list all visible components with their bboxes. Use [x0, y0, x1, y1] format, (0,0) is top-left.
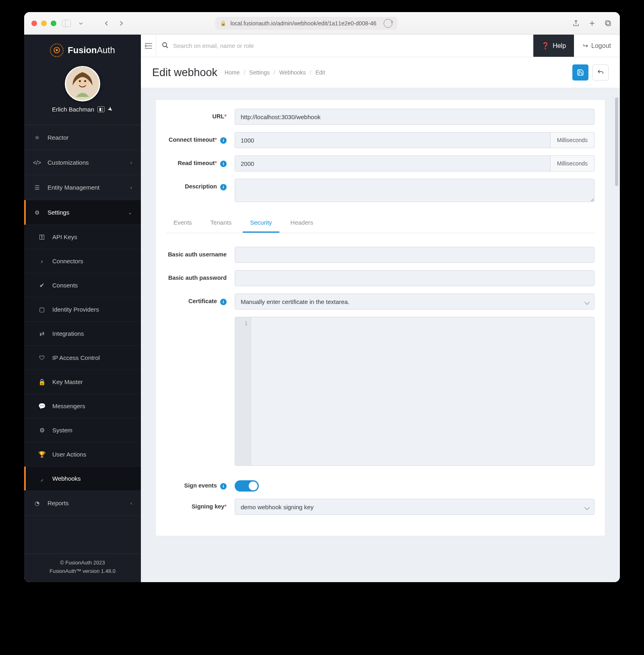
sidebar-item-user-actions[interactable]: 🏆User Actions — [24, 442, 141, 467]
tab-headers[interactable]: Headers — [283, 214, 321, 233]
rss-icon: ◞ — [38, 475, 46, 483]
sidebar-item-connectors[interactable]: ›Connectors — [24, 249, 141, 273]
app-root: ⦿ FusionAuth Erlich Bachman ◧ ➤ ⚛Reactor… — [24, 35, 620, 582]
search-input[interactable] — [173, 42, 528, 49]
row-description: Description i — [166, 179, 594, 202]
breadcrumb: Home/ Settings/ Webhooks/ Edit — [225, 69, 325, 76]
row-sign-events: Sign events i — [166, 478, 594, 492]
breadcrumb-settings[interactable]: Settings — [249, 69, 270, 76]
read-timeout-input[interactable] — [235, 155, 551, 171]
info-icon[interactable]: i — [220, 483, 227, 490]
row-certificate: Certificate i Manually enter certificate… — [166, 293, 594, 310]
reload-icon[interactable] — [384, 19, 392, 28]
forward-button[interactable] — [117, 19, 126, 28]
basic-auth-password-input[interactable] — [235, 270, 594, 286]
sidebar-item-reactor[interactable]: ⚛Reactor — [24, 125, 141, 150]
info-icon[interactable]: i — [220, 184, 227, 190]
line-gutter: 1 — [235, 317, 251, 465]
new-tab-icon[interactable] — [588, 19, 597, 28]
code-icon: </> — [33, 159, 41, 167]
sign-events-toggle[interactable] — [235, 480, 259, 492]
sidebar-toggle-icon[interactable] — [62, 19, 71, 28]
sidebar-item-customizations[interactable]: </>Customizations‹ — [24, 150, 141, 175]
address-bar[interactable]: 🔒 local.fusionauth.io/admin/webhook/edit… — [215, 17, 397, 30]
traffic-lights — [31, 21, 56, 26]
sidebar-item-reports[interactable]: ◔Reports‹ — [24, 491, 141, 516]
row-url: URL* — [166, 109, 594, 125]
sidebar-item-webhooks[interactable]: ◞Webhooks — [24, 467, 141, 491]
tab-events[interactable]: Events — [166, 214, 199, 233]
breadcrumb-webhooks[interactable]: Webhooks — [279, 69, 306, 76]
sidebar-item-ip-access[interactable]: 🛡IP Access Control — [24, 346, 141, 370]
atom-icon: ⚛ — [33, 134, 41, 142]
label-signing-key: Signing key* — [166, 499, 235, 510]
connect-timeout-input[interactable] — [235, 132, 551, 148]
help-button[interactable]: ❓ Help — [533, 35, 574, 57]
breadcrumb-home[interactable]: Home — [225, 69, 239, 76]
tab-tenants[interactable]: Tenants — [203, 214, 239, 233]
url-input[interactable] — [235, 109, 594, 125]
nav: ⚛Reactor </>Customizations‹ ☰Entity Mana… — [24, 125, 141, 554]
topbar: ❓ Help ↪ Logout — [141, 35, 620, 57]
sidebar-collapse-button[interactable] — [141, 35, 156, 57]
maximize-window-button[interactable] — [51, 21, 56, 26]
database-icon: ☰ — [33, 184, 41, 192]
breadcrumb-current: Edit — [316, 69, 325, 76]
certificate-select[interactable]: Manually enter certificate in the textar… — [235, 293, 594, 310]
cancel-button[interactable] — [592, 64, 609, 81]
minimize-window-button[interactable] — [41, 21, 47, 26]
svg-point-4 — [79, 80, 81, 82]
key-icon: ⚿ — [38, 233, 46, 241]
info-icon[interactable]: i — [220, 161, 227, 167]
sidebar-footer: © FusionAuth 2023 FusionAuth™ version 1.… — [24, 554, 141, 582]
page-title: Edit webhook — [152, 66, 217, 79]
sidebar-item-identity-providers[interactable]: ▢Identity Providers — [24, 298, 141, 322]
signing-key-select[interactable]: demo webhook signing key — [235, 499, 594, 515]
sidebar-item-messengers[interactable]: 💬Messengers — [24, 394, 141, 418]
info-icon[interactable]: i — [220, 299, 227, 305]
location-icon[interactable]: ➤ — [106, 105, 115, 114]
tab-security[interactable]: Security — [243, 214, 279, 233]
sidebar-item-api-keys[interactable]: ⚿API Keys — [24, 225, 141, 249]
basic-auth-username-input[interactable] — [235, 247, 594, 263]
sidebar-item-settings[interactable]: ⚙Settings⌄ — [24, 200, 141, 225]
share-icon[interactable] — [572, 19, 580, 28]
sidebar-item-consents[interactable]: ✔Consents — [24, 273, 141, 298]
save-button[interactable] — [572, 64, 588, 81]
row-connect-timeout: Connect timeout* i Milliseconds — [166, 132, 594, 148]
tabs: Events Tenants Security Headers — [166, 214, 594, 233]
header-actions — [572, 64, 609, 81]
search-icon — [162, 42, 168, 50]
sidebar-item-entity[interactable]: ☰Entity Management‹ — [24, 175, 141, 200]
close-window-button[interactable] — [31, 21, 37, 26]
user-area: Erlich Bachman ◧ ➤ — [24, 62, 141, 119]
description-input[interactable] — [235, 179, 594, 202]
back-button[interactable] — [102, 19, 111, 28]
id-card-icon[interactable]: ◧ — [97, 106, 105, 112]
label-basic-auth-password: Basic auth password — [166, 270, 235, 282]
sidebar-item-integrations[interactable]: ⇄Integrations — [24, 322, 141, 346]
scrollbar[interactable] — [615, 97, 618, 186]
sidebar-item-key-master[interactable]: 🔒Key Master — [24, 370, 141, 394]
transfer-icon: ⇄ — [38, 330, 46, 338]
sidebar-item-system[interactable]: ⚙System — [24, 418, 141, 442]
unit-addon: Milliseconds — [551, 155, 594, 171]
tabs-icon[interactable] — [604, 19, 613, 28]
user-name-row: Erlich Bachman ◧ ➤ — [52, 105, 113, 113]
avatar[interactable] — [65, 66, 100, 101]
version: FusionAuth™ version 1.48.0 — [24, 567, 141, 576]
code-body[interactable] — [251, 317, 594, 465]
check-icon: ✔ — [38, 281, 46, 289]
logout-button[interactable]: ↪ Logout — [574, 35, 620, 57]
chevron-down-icon[interactable] — [76, 19, 85, 28]
form-panel: URL* Connect timeout* i Milliseconds Rea… — [155, 99, 605, 536]
info-icon[interactable]: i — [220, 137, 227, 144]
svg-point-6 — [163, 43, 167, 47]
brand[interactable]: ⦿ FusionAuth — [24, 35, 141, 62]
browser-chrome: 🔒 local.fusionauth.io/admin/webhook/edit… — [24, 12, 620, 35]
copyright: © FusionAuth 2023 — [24, 559, 141, 567]
certificate-textarea[interactable]: 1 — [235, 317, 594, 466]
svg-point-5 — [84, 80, 86, 82]
trophy-icon: 🏆 — [38, 450, 46, 459]
row-read-timeout: Read timeout* i Milliseconds — [166, 155, 594, 171]
